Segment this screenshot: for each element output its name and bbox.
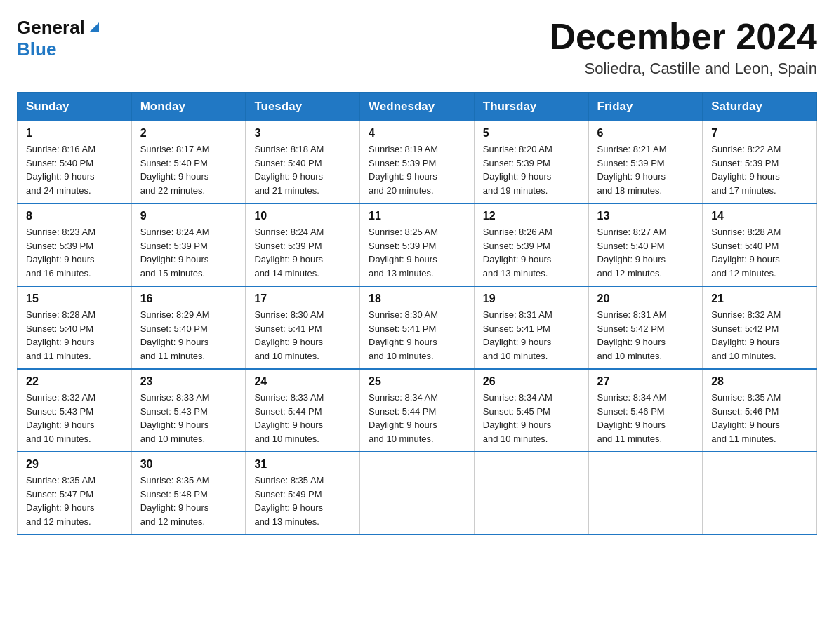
- logo-general-text: General: [17, 17, 85, 39]
- day-info: Sunrise: 8:34 AMSunset: 5:44 PMDaylight:…: [369, 391, 465, 445]
- day-number: 31: [254, 458, 351, 471]
- calendar-cell: 18Sunrise: 8:30 AMSunset: 5:41 PMDayligh…: [360, 286, 475, 369]
- day-info: Sunrise: 8:16 AMSunset: 5:40 PMDaylight:…: [26, 142, 123, 197]
- calendar-cell: 13Sunrise: 8:27 AMSunset: 5:40 PMDayligh…: [588, 203, 703, 286]
- day-info: Sunrise: 8:27 AMSunset: 5:40 PMDaylight:…: [597, 225, 694, 280]
- day-number: 16: [140, 293, 237, 305]
- calendar-cell: 2Sunrise: 8:17 AMSunset: 5:40 PMDaylight…: [131, 121, 246, 204]
- logo-blue-text: Blue: [17, 39, 56, 60]
- day-info: Sunrise: 8:29 AMSunset: 5:40 PMDaylight:…: [140, 308, 237, 363]
- calendar-cell: 21Sunrise: 8:32 AMSunset: 5:42 PMDayligh…: [703, 286, 817, 369]
- col-header-thursday: Thursday: [474, 93, 588, 121]
- day-info: Sunrise: 8:34 AMSunset: 5:46 PMDaylight:…: [597, 391, 694, 445]
- page-header: General Blue December 2024 Soliedra, Cas…: [17, 17, 817, 78]
- day-info: Sunrise: 8:25 AMSunset: 5:39 PMDaylight:…: [369, 225, 465, 280]
- day-number: 9: [140, 210, 237, 222]
- day-info: Sunrise: 8:26 AMSunset: 5:39 PMDaylight:…: [483, 225, 580, 280]
- day-info: Sunrise: 8:22 AMSunset: 5:39 PMDaylight:…: [711, 142, 808, 197]
- calendar-week-row: 8Sunrise: 8:23 AMSunset: 5:39 PMDaylight…: [18, 203, 817, 286]
- day-number: 6: [597, 127, 694, 140]
- day-number: 25: [369, 375, 465, 388]
- calendar-cell: [360, 452, 475, 535]
- calendar-cell: 4Sunrise: 8:19 AMSunset: 5:39 PMDaylight…: [360, 121, 475, 204]
- day-number: 29: [26, 458, 123, 471]
- calendar-cell: 16Sunrise: 8:29 AMSunset: 5:40 PMDayligh…: [131, 286, 246, 369]
- calendar-header-row: SundayMondayTuesdayWednesdayThursdayFrid…: [18, 93, 817, 121]
- day-info: Sunrise: 8:35 AMSunset: 5:48 PMDaylight:…: [140, 474, 237, 528]
- calendar-cell: 23Sunrise: 8:33 AMSunset: 5:43 PMDayligh…: [131, 369, 246, 452]
- calendar-cell: 8Sunrise: 8:23 AMSunset: 5:39 PMDaylight…: [18, 203, 132, 286]
- day-number: 5: [483, 127, 580, 140]
- calendar-cell: 3Sunrise: 8:18 AMSunset: 5:40 PMDaylight…: [246, 121, 360, 204]
- day-number: 18: [369, 293, 465, 305]
- day-info: Sunrise: 8:20 AMSunset: 5:39 PMDaylight:…: [483, 142, 580, 197]
- day-info: Sunrise: 8:30 AMSunset: 5:41 PMDaylight:…: [254, 308, 351, 363]
- calendar-cell: 7Sunrise: 8:22 AMSunset: 5:39 PMDaylight…: [703, 121, 817, 204]
- day-number: 27: [597, 375, 694, 388]
- day-number: 28: [711, 375, 808, 388]
- day-number: 12: [483, 210, 580, 222]
- calendar-cell: 20Sunrise: 8:31 AMSunset: 5:42 PMDayligh…: [588, 286, 703, 369]
- calendar-cell: 27Sunrise: 8:34 AMSunset: 5:46 PMDayligh…: [588, 369, 703, 452]
- day-number: 22: [26, 375, 123, 388]
- calendar-cell: 6Sunrise: 8:21 AMSunset: 5:39 PMDaylight…: [588, 121, 703, 204]
- day-info: Sunrise: 8:18 AMSunset: 5:40 PMDaylight:…: [254, 142, 351, 197]
- day-number: 2: [140, 127, 237, 140]
- day-number: 21: [711, 293, 808, 305]
- day-info: Sunrise: 8:33 AMSunset: 5:44 PMDaylight:…: [254, 391, 351, 445]
- day-info: Sunrise: 8:30 AMSunset: 5:41 PMDaylight:…: [369, 308, 465, 363]
- calendar-cell: 19Sunrise: 8:31 AMSunset: 5:41 PMDayligh…: [474, 286, 588, 369]
- calendar-cell: 12Sunrise: 8:26 AMSunset: 5:39 PMDayligh…: [474, 203, 588, 286]
- calendar-cell: 25Sunrise: 8:34 AMSunset: 5:44 PMDayligh…: [360, 369, 475, 452]
- month-title: December 2024: [549, 17, 817, 57]
- calendar-cell: 9Sunrise: 8:24 AMSunset: 5:39 PMDaylight…: [131, 203, 246, 286]
- calendar-cell: 24Sunrise: 8:33 AMSunset: 5:44 PMDayligh…: [246, 369, 360, 452]
- day-number: 1: [26, 127, 123, 140]
- calendar-cell: 14Sunrise: 8:28 AMSunset: 5:40 PMDayligh…: [703, 203, 817, 286]
- calendar-cell: 22Sunrise: 8:32 AMSunset: 5:43 PMDayligh…: [18, 369, 132, 452]
- day-number: 8: [26, 210, 123, 222]
- calendar-table: SundayMondayTuesdayWednesdayThursdayFrid…: [17, 92, 817, 535]
- location-title: Soliedra, Castille and Leon, Spain: [549, 60, 817, 78]
- day-number: 13: [597, 210, 694, 222]
- col-header-tuesday: Tuesday: [246, 93, 360, 121]
- calendar-week-row: 29Sunrise: 8:35 AMSunset: 5:47 PMDayligh…: [18, 452, 817, 535]
- day-info: Sunrise: 8:33 AMSunset: 5:43 PMDaylight:…: [140, 391, 237, 445]
- day-number: 4: [369, 127, 465, 140]
- day-number: 30: [140, 458, 237, 471]
- day-number: 3: [254, 127, 351, 140]
- calendar-week-row: 22Sunrise: 8:32 AMSunset: 5:43 PMDayligh…: [18, 369, 817, 452]
- day-number: 10: [254, 210, 351, 222]
- col-header-sunday: Sunday: [18, 93, 132, 121]
- day-info: Sunrise: 8:31 AMSunset: 5:41 PMDaylight:…: [483, 308, 580, 363]
- day-info: Sunrise: 8:35 AMSunset: 5:47 PMDaylight:…: [26, 474, 123, 528]
- day-number: 15: [26, 293, 123, 305]
- logo: General Blue: [17, 17, 102, 60]
- day-number: 14: [711, 210, 808, 222]
- day-number: 7: [711, 127, 808, 140]
- calendar-cell: 30Sunrise: 8:35 AMSunset: 5:48 PMDayligh…: [131, 452, 246, 535]
- day-info: Sunrise: 8:21 AMSunset: 5:39 PMDaylight:…: [597, 142, 694, 197]
- day-number: 24: [254, 375, 351, 388]
- day-info: Sunrise: 8:31 AMSunset: 5:42 PMDaylight:…: [597, 308, 694, 363]
- day-info: Sunrise: 8:28 AMSunset: 5:40 PMDaylight:…: [26, 308, 123, 363]
- col-header-saturday: Saturday: [703, 93, 817, 121]
- day-info: Sunrise: 8:32 AMSunset: 5:43 PMDaylight:…: [26, 391, 123, 445]
- day-info: Sunrise: 8:35 AMSunset: 5:49 PMDaylight:…: [254, 474, 351, 528]
- calendar-cell: 29Sunrise: 8:35 AMSunset: 5:47 PMDayligh…: [18, 452, 132, 535]
- day-info: Sunrise: 8:34 AMSunset: 5:45 PMDaylight:…: [483, 391, 580, 445]
- calendar-cell: [703, 452, 817, 535]
- calendar-cell: 10Sunrise: 8:24 AMSunset: 5:39 PMDayligh…: [246, 203, 360, 286]
- col-header-monday: Monday: [131, 93, 246, 121]
- calendar-cell: 26Sunrise: 8:34 AMSunset: 5:45 PMDayligh…: [474, 369, 588, 452]
- calendar-cell: 28Sunrise: 8:35 AMSunset: 5:46 PMDayligh…: [703, 369, 817, 452]
- day-number: 17: [254, 293, 351, 305]
- calendar-cell: 5Sunrise: 8:20 AMSunset: 5:39 PMDaylight…: [474, 121, 588, 204]
- svg-marker-0: [89, 22, 99, 32]
- day-info: Sunrise: 8:24 AMSunset: 5:39 PMDaylight:…: [140, 225, 237, 280]
- calendar-week-row: 15Sunrise: 8:28 AMSunset: 5:40 PMDayligh…: [18, 286, 817, 369]
- calendar-cell: [474, 452, 588, 535]
- col-header-friday: Friday: [588, 93, 703, 121]
- day-info: Sunrise: 8:23 AMSunset: 5:39 PMDaylight:…: [26, 225, 123, 280]
- calendar-cell: 11Sunrise: 8:25 AMSunset: 5:39 PMDayligh…: [360, 203, 475, 286]
